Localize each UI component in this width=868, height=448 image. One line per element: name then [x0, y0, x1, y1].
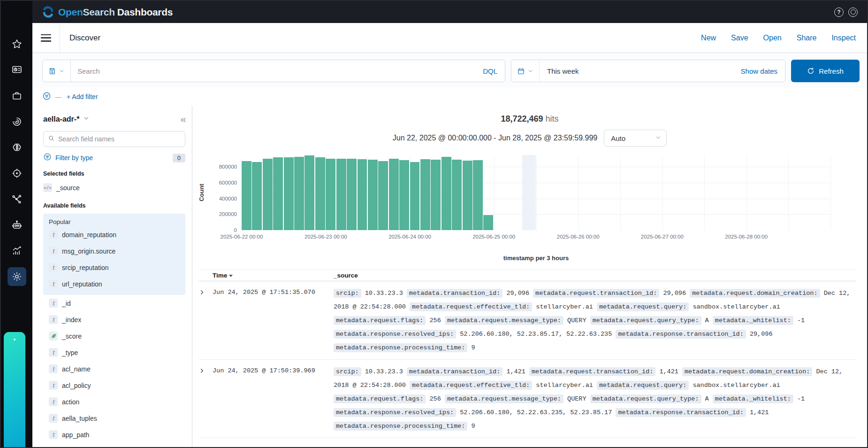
- histogram-bar[interactable]: [326, 159, 335, 230]
- field-name: app_path: [62, 431, 89, 439]
- quick-select-button[interactable]: [511, 60, 540, 82]
- histogram-bar[interactable]: [442, 157, 451, 230]
- index-pattern-selector[interactable]: aella-adr-*: [43, 115, 185, 124]
- field-name: _score: [62, 332, 82, 340]
- top-app-bar: OpenSearchDashboards ?: [32, 1, 867, 23]
- fields-sidebar: aella-adr-* Filter by type 0 Selected fi…: [32, 106, 192, 447]
- doc-field-name: metadata.response.resolved_ips:: [334, 330, 456, 339]
- field-item-_score[interactable]: #_score: [49, 328, 185, 344]
- nav-settings-icon[interactable]: [8, 267, 26, 286]
- time-range-value[interactable]: This week: [540, 67, 579, 75]
- user-avatar-icon[interactable]: [848, 8, 858, 17]
- histogram-bar[interactable]: [463, 161, 472, 230]
- histogram-bar[interactable]: [252, 162, 262, 230]
- histogram-bar[interactable]: [263, 159, 273, 230]
- table-row: Jun 24, 2025 @ 17:51:35.070srcip: 10.33.…: [198, 281, 856, 360]
- nav-radar-icon[interactable]: [8, 112, 26, 131]
- header-action-save[interactable]: Save: [731, 34, 748, 42]
- doc-field-value: 9: [472, 344, 475, 351]
- field-item-acl_policy[interactable]: tacl_policy: [49, 377, 185, 394]
- field-item-msg_origin.source[interactable]: tmsg_origin.source: [49, 243, 185, 259]
- search-input[interactable]: [71, 67, 475, 75]
- histogram-bar[interactable]: [358, 159, 367, 230]
- histogram-bar[interactable]: [273, 157, 283, 230]
- filter-icon[interactable]: [42, 92, 51, 102]
- field-item-url_reputation[interactable]: turl_reputation: [49, 276, 185, 292]
- expand-row-icon[interactable]: [198, 365, 213, 433]
- field-name: acl_policy: [62, 382, 91, 389]
- nav-ml-brain-icon[interactable]: [8, 138, 26, 157]
- histogram-bar[interactable]: [305, 155, 314, 230]
- field-item-srcip_reputation[interactable]: tsrcip_reputation: [49, 259, 185, 276]
- field-item-aella_tuples[interactable]: taella_tuples: [49, 410, 185, 426]
- histogram-bar[interactable]: [242, 161, 251, 230]
- saved-queries-button[interactable]: [43, 60, 71, 82]
- refresh-button[interactable]: Refresh: [791, 60, 860, 82]
- add-filter-button[interactable]: + Add filter: [67, 93, 98, 100]
- menu-hamburger-icon[interactable]: [41, 34, 51, 42]
- field-item-domain_reputation[interactable]: tdomain_reputation: [49, 226, 185, 243]
- histogram-bar[interactable]: [389, 159, 399, 230]
- help-icon[interactable]: ?: [834, 8, 844, 17]
- row-time-value: Jun 24, 2025 @ 17:51:35.070: [213, 286, 334, 355]
- histogram-bar[interactable]: [420, 159, 430, 230]
- header-action-new[interactable]: New: [701, 34, 716, 42]
- refresh-icon: [807, 67, 815, 75]
- collapse-sidebar-icon[interactable]: [179, 116, 187, 126]
- histogram-bar[interactable]: [399, 160, 409, 230]
- histogram-bar[interactable]: [473, 160, 483, 230]
- chevron-down-icon: [83, 115, 90, 124]
- header-action-inspect[interactable]: Inspect: [831, 34, 856, 42]
- histogram-bar[interactable]: [336, 159, 346, 230]
- nav-target-icon[interactable]: [8, 164, 26, 183]
- doc-field-value: stellarcyber.ai: [536, 303, 593, 310]
- filter-icon: [43, 153, 52, 163]
- histogram-bar[interactable]: [284, 157, 294, 230]
- field-item-app_path[interactable]: tapp_path: [49, 426, 185, 443]
- field-name: srcip_reputation: [62, 264, 109, 271]
- time-column-header[interactable]: Time: [213, 272, 334, 279]
- field-item-action[interactable]: taction: [49, 394, 185, 410]
- doc-field-name: metadata.response.transaction_id:: [616, 330, 746, 339]
- histogram-bar[interactable]: [294, 157, 304, 230]
- field-type-string-icon: t: [49, 315, 58, 324]
- hits-summary: 18,722,469hits: [192, 114, 867, 124]
- field-search-input[interactable]: [55, 135, 181, 143]
- nav-reports-icon[interactable]: [8, 61, 26, 79]
- field-item-_index[interactable]: t_index: [49, 311, 185, 328]
- histogram-bar[interactable]: [410, 162, 420, 230]
- hits-count: 18,722,469: [501, 114, 543, 124]
- field-type-string-icon: t: [49, 414, 58, 423]
- field-item-_type[interactable]: t_type: [49, 344, 185, 361]
- query-language-button[interactable]: DQL: [475, 67, 505, 75]
- field-item-_source[interactable]: </>_source: [43, 179, 185, 196]
- interval-select[interactable]: Auto: [604, 130, 667, 147]
- histogram-bar[interactable]: [315, 157, 325, 230]
- header-action-share[interactable]: Share: [797, 34, 817, 42]
- histogram-bar[interactable]: [347, 159, 357, 230]
- doc-field-value: stellarcyber.ai: [536, 382, 593, 389]
- doc-field-name: metadata.response.processing_time:: [334, 422, 467, 431]
- field-name: aella_tuples: [62, 415, 97, 422]
- expand-row-icon[interactable]: [198, 286, 213, 355]
- field-item-_id[interactable]: t_id: [49, 295, 185, 311]
- histogram-bar[interactable]: [368, 160, 378, 230]
- field-item-acl_name[interactable]: tacl_name: [49, 361, 185, 377]
- histogram-chart: Count 02000004000006000008000002025-06-2…: [242, 155, 830, 230]
- nav-favorites-icon[interactable]: [8, 35, 26, 54]
- nav-cases-icon[interactable]: [8, 86, 26, 105]
- nav-analytics-icon[interactable]: [8, 241, 26, 260]
- histogram-bar[interactable]: [378, 161, 388, 230]
- logo-dashboards: Dashboards: [117, 7, 173, 17]
- show-dates-link[interactable]: Show dates: [741, 67, 785, 75]
- doc-field-value: 10.33.23.3: [365, 368, 403, 375]
- nav-correlations-icon[interactable]: [8, 190, 26, 209]
- histogram-bar[interactable]: [483, 215, 493, 230]
- filter-by-type[interactable]: Filter by type 0: [43, 153, 185, 163]
- histogram-bar[interactable]: [431, 160, 441, 230]
- nav-assistant-robot-icon[interactable]: [8, 216, 26, 234]
- stellar-cyber-brand-bar[interactable]: [4, 332, 25, 447]
- doc-field-name: metadata.request.message_type:: [445, 394, 563, 403]
- header-action-open[interactable]: Open: [763, 34, 782, 42]
- histogram-bar[interactable]: [452, 160, 462, 230]
